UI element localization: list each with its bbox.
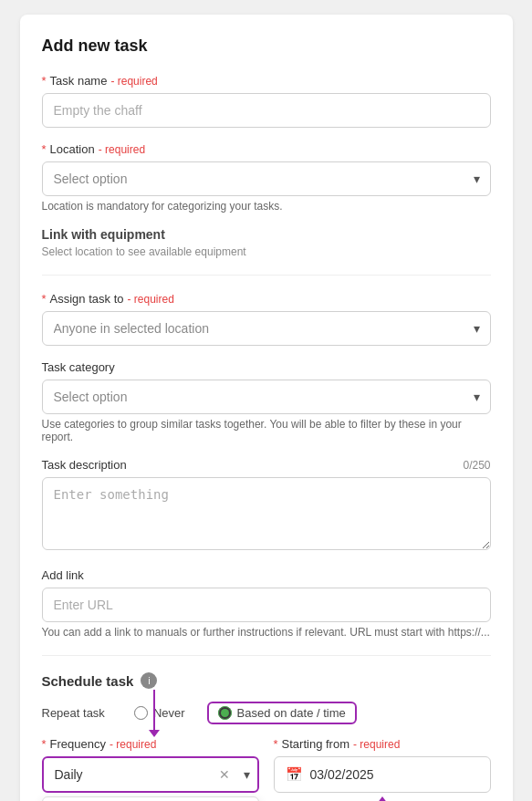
location-field: * Location - required Select option ▾ Lo… (42, 142, 491, 213)
calendar-icon: 📅 (286, 766, 303, 783)
task-name-field: * Task name - required (42, 74, 491, 128)
starting-from-col: * Starting from - required 📅 (274, 737, 491, 801)
location-select[interactable]: Select option (42, 161, 491, 196)
freq-option-daily[interactable]: Daily ✓ (43, 797, 258, 801)
info-icon[interactable]: i (141, 672, 157, 689)
location-hint: Location is mandatory for categorizing y… (42, 200, 491, 213)
starting-from-date-wrapper[interactable]: 📅 (274, 756, 491, 793)
task-category-label: Task category (42, 360, 115, 374)
required-star-starting: * (274, 737, 278, 751)
frequency-dropdown: Daily ✓ Weekly Monthly Yearly Working da… (42, 796, 259, 801)
radio-based-on-date-label: Based on date / time (237, 706, 346, 720)
schedule-section: Schedule task i Repeat task Never Based … (42, 672, 491, 801)
task-description-input[interactable] (42, 477, 491, 550)
location-required: - required (99, 143, 145, 156)
schedule-title: Schedule task (42, 673, 134, 689)
required-star-freq: * (42, 737, 47, 751)
task-category-select-wrapper: Select option ▾ (42, 380, 491, 414)
location-label: Location (50, 142, 95, 156)
top-arrow-indicator (149, 690, 160, 737)
task-name-input[interactable] (42, 93, 491, 128)
radio-based-on-date-box[interactable]: Based on date / time (207, 702, 357, 724)
task-name-label: Task name (50, 74, 108, 88)
required-star-task-name: * (42, 74, 47, 88)
link-equipment-title: Link with equipment (42, 227, 491, 242)
location-select-wrapper: Select option ▾ (42, 161, 491, 196)
assign-task-required: - required (128, 293, 174, 306)
add-link-field: Add link You can add a link to manuals o… (42, 568, 491, 639)
task-description-field: Task description 0/250 (42, 458, 491, 554)
frequency-select-wrapper: ✕ ▾ (42, 756, 259, 793)
page-title: Add new task (42, 36, 491, 56)
char-count: 0/250 (463, 459, 490, 472)
frequency-required: - required (110, 738, 156, 751)
task-description-label: Task description (42, 458, 127, 472)
link-equipment-subtitle: Select location to see available equipme… (42, 245, 491, 258)
task-category-hint: Use categories to group similar tasks to… (42, 418, 491, 443)
assign-task-field: * Assign task to - required Anyone in se… (42, 292, 491, 346)
starting-from-label: Starting from (282, 737, 349, 751)
schedule-header: Schedule task i (42, 672, 491, 689)
assign-task-select-wrapper: Anyone in selected location ▾ (42, 311, 491, 346)
assign-task-label: Assign task to (50, 292, 124, 306)
add-link-hint: You can add a link to manuals or further… (42, 626, 491, 639)
divider-1 (42, 275, 491, 276)
frequency-row: * Frequency - required ✕ ▾ Daily ✓ (42, 737, 491, 801)
starting-from-input[interactable] (310, 767, 479, 782)
assign-task-select[interactable]: Anyone in selected location (42, 311, 491, 346)
repeat-task-label: Repeat task (42, 706, 105, 720)
task-category-select[interactable]: Select option (42, 380, 491, 414)
link-equipment-section: Link with equipment Select location to s… (42, 227, 491, 258)
frequency-clear-icon[interactable]: ✕ (219, 767, 230, 782)
bottom-arrow-indicator (274, 796, 491, 801)
required-star-location: * (42, 142, 47, 156)
radio-never[interactable]: Never (134, 706, 185, 720)
starting-from-required: - required (353, 738, 400, 751)
required-star-assign: * (42, 292, 47, 306)
task-name-required: - required (110, 75, 157, 88)
divider-2 (42, 655, 491, 656)
repeat-task-row: Repeat task Never Based on date / time (42, 702, 491, 724)
frequency-col: * Frequency - required ✕ ▾ Daily ✓ (42, 737, 259, 793)
frequency-label: Frequency (50, 737, 106, 751)
add-link-input[interactable] (42, 588, 491, 622)
add-link-label: Add link (42, 568, 84, 582)
task-category-field: Task category Select option ▾ Use catego… (42, 360, 491, 443)
